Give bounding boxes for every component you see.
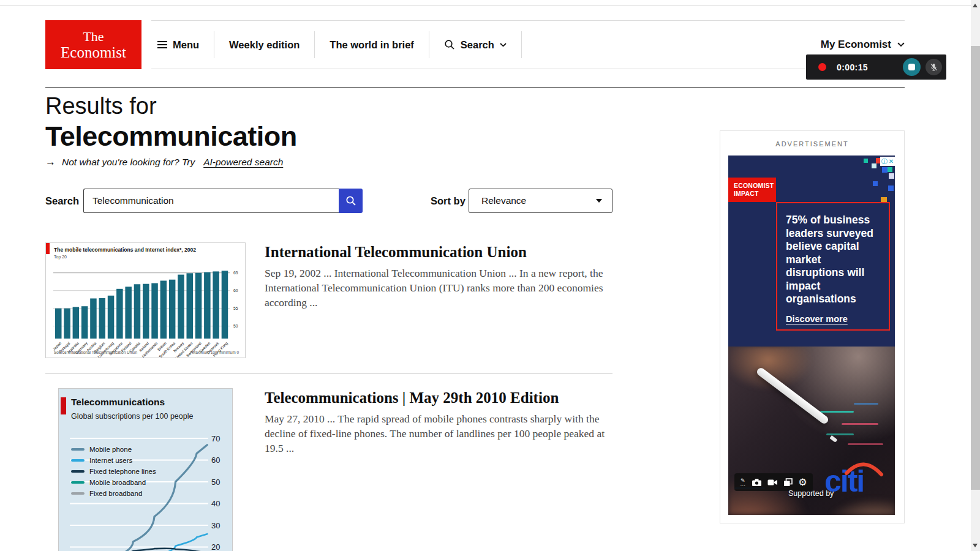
result-snippet: Sep 19, 2002 ... International Telecommu… [265,266,610,310]
bar [73,307,80,339]
logo-line2: Economist [45,44,141,61]
legend-swatch [71,459,85,462]
search-submit-button[interactable] [339,189,363,213]
legend-swatch [71,448,85,451]
chart1-footnote: *Maximum 100, minimum 0 [190,350,239,354]
chart-red-accent [61,397,66,414]
hamburger-icon [157,41,167,48]
y-tick-label: 40 [211,499,220,508]
bar [204,272,211,339]
legend-swatch [71,481,85,484]
legend-label: Mobile phone [89,446,132,453]
badge-line2: IMPACT [734,190,776,198]
bar [222,271,228,339]
economist-logo[interactable]: The Economist [45,20,141,69]
ad-pixel-square [889,173,894,179]
suggestion-text: Not what you're looking for? Try [62,157,195,168]
camera-icon[interactable] [752,478,762,487]
nav-world-in-brief[interactable]: The world in brief [315,32,429,58]
legend-item: Internet users [71,455,156,466]
recording-timer: 0:00:15 [837,62,868,72]
ad-headline-box: 75% of business leaders surveyed believe… [776,202,890,331]
nav-weekly-edition[interactable]: Weekly edition [214,32,314,58]
legend-item: Mobile phone [71,444,156,455]
search-field-label: Search [45,195,79,207]
bar [125,287,132,339]
bar [160,280,167,339]
bar [187,273,194,339]
results-heading-query: Telecommunication [45,121,297,152]
chevron-down-icon [500,43,507,47]
scrollbar-thumb[interactable] [971,46,980,490]
ad-pixel-square [872,163,876,168]
discover-more-link[interactable]: Discover more [786,314,848,324]
adchoices-controls[interactable]: ⓘ ✕ [880,157,895,166]
bar [213,271,219,339]
result-title[interactable]: International Telecommunication Union [265,244,527,261]
y-tick-label: 60 [211,455,220,465]
y-tick-label: 50 [233,324,238,328]
chart2-subtitle: Global subscriptions per 100 people [71,412,193,421]
my-economist-label: My Economist [821,39,891,51]
stop-icon [908,64,915,70]
sort-selected-value: Relevance [481,195,526,206]
stop-recording-button[interactable] [903,58,921,76]
adchoices-info-icon[interactable]: ⓘ [881,157,888,166]
y-tick-label: 65 [233,271,238,275]
top-hairline [0,5,971,6]
scroll-up-icon[interactable] [973,4,978,7]
gear-icon[interactable]: ⚙ [798,478,807,487]
video-record-icon[interactable] [767,479,778,486]
chart-red-accent [46,243,50,254]
sort-by-label: Sort by [431,195,466,207]
result-thumbnail-bar-chart[interactable]: The mobile telecommunications and Intern… [45,242,246,358]
bar [55,309,62,339]
advertisement-card: ADVERTISEMENT ECONOMIST IMPACT ⓘ ✕ 75% o… [720,130,905,523]
sort-dropdown[interactable]: Relevance [469,189,612,213]
bar [108,296,115,339]
scrollbar[interactable] [971,0,980,551]
search-suggestion: → Not what you're looking for? Try AI-po… [45,156,283,168]
y-tick-label: 55 [233,306,238,310]
results-heading-prefix: Results for [45,93,157,119]
legend-label: Fixed telephone lines [89,468,156,475]
result-divider [45,373,612,374]
ad-top-panel: ECONOMIST IMPACT ⓘ ✕ 75% of business lea… [728,156,895,347]
scroll-down-icon[interactable] [973,544,978,547]
ad-creative[interactable]: ECONOMIST IMPACT ⓘ ✕ 75% of business lea… [728,156,895,515]
nav-search-button[interactable]: Search [429,32,521,58]
legend-item: Fixed telephone lines [71,466,156,477]
economist-impact-badge: ECONOMIST IMPACT [728,178,776,202]
ad-pixel-square [864,159,868,163]
search-input[interactable] [83,189,339,213]
ad-photo: ✎… [728,347,895,515]
search-icon [345,195,356,206]
main-nav: Menu Weekly edition The world in brief S… [151,20,905,69]
chart1-source: Source: International Telecommunication … [54,350,137,354]
chart1-subtitle: Top 20 [54,255,67,259]
bar [178,275,184,339]
result-title[interactable]: Telecommunications | May 29th 2010 Editi… [265,389,559,407]
capture-toolbar[interactable]: ✎… [734,473,813,491]
ad-pixel-square [873,181,878,186]
mic-off-icon [929,62,938,72]
bar [195,273,202,339]
bar [134,284,141,339]
result-thumbnail-line-chart[interactable]: Telecommunications Global subscriptions … [58,388,233,551]
menu-button[interactable]: Menu [151,32,214,58]
y-tick-label: 20 [211,542,220,551]
legend-swatch [71,470,85,473]
photo-chart-streak [848,443,883,445]
window-capture-icon[interactable] [783,478,793,487]
advertisement-label: ADVERTISEMENT [720,140,904,148]
chart1-title: The mobile telecommunications and Intern… [54,247,196,253]
microphone-muted-button[interactable] [925,59,942,75]
photo-chart-streak [826,433,854,435]
badge-line1: ECONOMIST [734,182,776,190]
annotate-icon[interactable]: ✎… [740,479,745,486]
ai-powered-search-link[interactable]: AI-powered search [203,157,283,168]
search-group [83,189,363,213]
photo-chart-streak [820,411,854,413]
ad-close-icon[interactable]: ✕ [889,158,894,165]
citi-logo: citi [823,460,891,499]
